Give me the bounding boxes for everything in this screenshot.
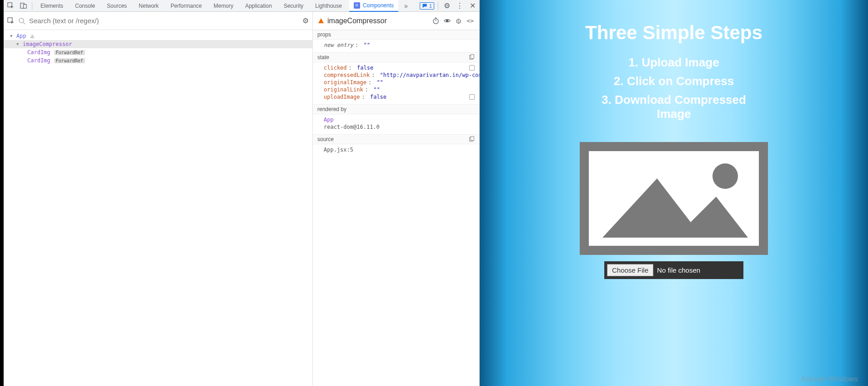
device-toolbar-icon[interactable] (18, 1, 28, 11)
tree-node[interactable]: CardImg ForwardRef (4, 56, 312, 65)
windows-watermark: Activate Windows (801, 375, 858, 383)
tab-lighthouse[interactable]: Lighthouse (311, 0, 346, 12)
debug-icon[interactable] (455, 17, 462, 24)
app-title: Three Simple Steps (585, 22, 763, 44)
feedback-badge[interactable]: 1 (420, 2, 434, 10)
tab-sources[interactable]: Sources (102, 0, 131, 12)
select-element-icon[interactable] (7, 17, 15, 25)
tree-root[interactable]: ▼ App (4, 32, 312, 40)
separator (32, 2, 32, 10)
svg-line-5 (23, 22, 25, 24)
component-details: props new entry : "" state clicked : (313, 30, 479, 386)
components-body: ▼ App ▼ imageCompressor CardImg ForwardR… (4, 30, 479, 386)
copy-icon[interactable] (468, 136, 475, 142)
prop-value: "http://navparivartan.in/wp-content/up (380, 72, 479, 78)
tree-node[interactable]: CardImg ForwardRef (4, 48, 312, 56)
source-location: App.jsx:5 (324, 147, 353, 153)
bool-toggle[interactable] (469, 94, 475, 100)
props-label: props (317, 31, 331, 38)
prop-key: new entry (324, 42, 353, 48)
close-devtools-icon[interactable]: ✕ (467, 1, 477, 11)
state-label: state (317, 54, 329, 61)
choose-file-button[interactable]: Choose File (607, 264, 653, 276)
warning-icon (318, 18, 324, 23)
tree-node[interactable]: ▼ imageCompressor (4, 40, 312, 48)
copy-icon[interactable] (468, 54, 475, 61)
rendered-label: rendered by (317, 106, 346, 112)
rendered-row[interactable]: react-dom@16.11.0 (313, 123, 479, 131)
state-row[interactable]: originalLink : "" (313, 86, 479, 93)
props-header: props (313, 30, 479, 40)
feedback-count: 1 (429, 3, 432, 9)
caret-down-icon[interactable]: ▼ (16, 42, 21, 46)
source-header: source (313, 134, 479, 144)
inspect-element-icon[interactable] (5, 1, 15, 11)
prop-row[interactable]: new entry : "" (313, 41, 479, 49)
state-row[interactable]: compressedLink : "http://navparivartan.i… (313, 71, 479, 79)
caret-down-icon[interactable]: ▼ (10, 34, 15, 38)
tab-elements[interactable]: Elements (36, 0, 68, 12)
state-row[interactable]: originalImage : "" (313, 79, 479, 86)
rendered-parent: App (324, 117, 334, 123)
devtools-tabstrip: Elements Console Sources Network Perform… (4, 0, 479, 12)
details-toolbar: imageCompressor <> (313, 12, 479, 30)
app-preview: Three Simple Steps 1. Upload Image 2. Cl… (480, 0, 868, 386)
inspect-dom-icon[interactable] (444, 17, 451, 24)
tab-security[interactable]: Security (279, 0, 308, 12)
tab-application[interactable]: Application (241, 0, 276, 12)
prop-key: originalImage (324, 79, 366, 86)
source-row[interactable]: App.jsx:5 (313, 146, 479, 153)
file-status-text: No file chosen (657, 266, 700, 274)
rendered-row[interactable]: App (313, 116, 479, 123)
placeholder-inner (589, 151, 759, 246)
component-tree[interactable]: ▼ App ▼ imageCompressor CardImg ForwardR… (4, 30, 313, 386)
tree-settings-icon[interactable]: ⚙ (302, 16, 309, 25)
forwardref-badge: ForwardRef (54, 58, 85, 63)
props-body: new entry : "" (313, 40, 479, 52)
forwardref-badge: ForwardRef (54, 50, 85, 55)
window-left-border (0, 0, 4, 386)
state-body: clicked : false compressedLink : "http:/… (313, 62, 479, 104)
tab-console[interactable]: Console (70, 0, 100, 12)
file-input-row[interactable]: Choose File No file chosen (604, 261, 743, 279)
tree-toolbar: ⚙ (4, 12, 313, 30)
more-tabs-icon[interactable]: » (401, 1, 411, 11)
separator (438, 2, 438, 10)
tab-memory[interactable]: Memory (209, 0, 238, 12)
prop-value: false (357, 65, 373, 71)
react-logo-icon (354, 2, 360, 9)
prop-value: "" (376, 79, 383, 86)
suspend-icon[interactable] (432, 17, 439, 24)
bool-toggle[interactable] (469, 65, 475, 71)
state-row[interactable]: uploadImage : false (313, 93, 479, 101)
step-item: 3. Download Compressed Image (597, 93, 751, 121)
svg-rect-17 (471, 55, 474, 59)
prop-key: uploadImage (324, 94, 360, 100)
devtools-panel: Elements Console Sources Network Perform… (4, 0, 480, 386)
tree-node-label: App (16, 33, 26, 39)
tab-performance[interactable]: Performance (166, 0, 206, 12)
prop-key: compressedLink (324, 72, 370, 78)
prop-key: clicked (324, 65, 347, 71)
svg-point-9 (446, 20, 449, 22)
state-header: state (313, 52, 479, 62)
rendered-version: react-dom@16.11.0 (324, 124, 380, 130)
svg-point-20 (712, 163, 738, 189)
tree-node-label: imageCompressor (23, 41, 72, 47)
steps-list: 1. Upload Image 2. Click on Compress 3. … (597, 51, 751, 121)
source-body: App.jsx:5 (313, 144, 479, 157)
view-source-icon[interactable]: <> (467, 17, 474, 24)
prop-value: "" (373, 86, 380, 93)
tab-components[interactable]: Components (349, 0, 398, 12)
tree-node-label: CardImg (27, 57, 50, 64)
svg-rect-2 (23, 5, 26, 8)
warning-icon (30, 34, 35, 38)
kebab-menu-icon[interactable]: ⋮ (455, 1, 465, 11)
state-row[interactable]: clicked : false (313, 64, 479, 71)
prop-value: "" (363, 42, 370, 48)
step-item: 1. Upload Image (597, 56, 751, 70)
tab-network[interactable]: Network (134, 0, 163, 12)
svg-rect-19 (471, 137, 474, 141)
search-input[interactable] (29, 17, 299, 25)
settings-icon[interactable]: ⚙ (442, 1, 452, 11)
